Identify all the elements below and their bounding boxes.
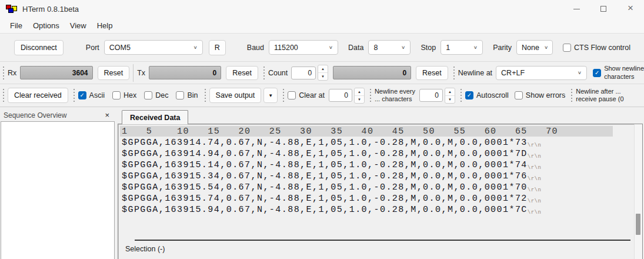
save-output-dropdown-button[interactable]: ▼ [263, 88, 278, 103]
newline-characters: \r\n [528, 154, 542, 160]
format-hex-checkbox[interactable] [112, 91, 121, 99]
rx-label: Rx [8, 69, 16, 77]
clear-at-spinner-field[interactable]: 0 [329, 89, 352, 102]
connection-toolbar: Disconnect Port COM5∨ R Baud 115200∨ Dat… [0, 34, 644, 62]
show-errors-checkbox[interactable] [515, 91, 523, 99]
received-line: $GPGGA,163914.74,0.67,N,-4.88,E,1,05,1.0… [122, 138, 642, 149]
toolbar-grip[interactable] [282, 88, 285, 102]
rx-reset-button[interactable]: Reset [98, 66, 130, 80]
toolbar-grip[interactable] [2, 66, 5, 80]
newline-at-label: Newline at [458, 69, 492, 77]
main-area: Sequence Overview × Received Data 1 5 10… [0, 109, 644, 259]
menu-file[interactable]: File [5, 19, 28, 32]
save-output-button[interactable]: Save output [209, 88, 262, 103]
count-spinner[interactable]: ▲▼ [318, 65, 328, 81]
count-reset-button[interactable]: Reset [416, 66, 448, 80]
newline-every-label: Newline every... characters [375, 88, 415, 103]
menu-help[interactable]: Help [92, 19, 118, 32]
newline-every-spinner[interactable]: ▲▼ [445, 88, 455, 104]
app-icon [6, 4, 18, 14]
close-icon[interactable]: × [102, 111, 112, 119]
sequence-overview-panel[interactable] [1, 121, 115, 259]
count-value-field: 0 [333, 66, 411, 79]
cts-flow-control-checkbox[interactable] [563, 44, 571, 52]
data-bits-select[interactable]: 8∨ [368, 40, 411, 55]
chevron-down-icon: ∨ [193, 45, 197, 50]
received-line: $GPGGA,163915.14,0.67,N,-4.88,E,1,05,1.0… [122, 160, 642, 171]
spin-down-icon: ▼ [445, 96, 455, 103]
data-bits-label: Data [348, 44, 363, 52]
newline-characters: \r\n [528, 176, 542, 182]
clear-at-checkbox[interactable] [288, 91, 296, 99]
rescan-ports-button[interactable]: R [209, 40, 226, 55]
spin-up-icon: ▲ [355, 88, 364, 96]
toolbar-grip[interactable] [2, 88, 5, 102]
maximize-button[interactable] [590, 0, 617, 18]
vertical-scrollbar[interactable] [634, 124, 642, 259]
received-line: $GPGGA,163915.54,0.67,N,-4.88,E,1,05,1.0… [122, 182, 642, 194]
divider [133, 64, 134, 82]
menu-options[interactable]: Options [28, 19, 65, 32]
rx-count-field: 3604 [20, 66, 92, 79]
spin-up-icon: ▲ [318, 65, 328, 73]
minimize-button[interactable] [563, 0, 590, 18]
chevron-down-icon: ∨ [544, 45, 548, 50]
sequence-overview-title: Sequence Overview [4, 111, 66, 119]
baud-label: Baud [247, 44, 264, 52]
close-button[interactable]: × [617, 0, 644, 18]
show-newline-checkbox[interactable] [593, 69, 601, 77]
count-spinner-field[interactable]: 0 [291, 67, 316, 79]
newline-characters: \r\n [528, 210, 542, 215]
chevron-down-icon: ∨ [401, 45, 405, 50]
column-ruler: 1 5 10 15 20 25 30 35 40 45 50 55 60 65 … [120, 126, 613, 137]
newline-after-pause-label: Newline after ...receive pause (0 [576, 88, 623, 103]
toolbar-grip[interactable] [73, 88, 75, 102]
port-select[interactable]: COM5∨ [104, 40, 203, 55]
toolbar-grip[interactable] [453, 66, 455, 80]
clear-at-spinner[interactable]: ▲▼ [354, 88, 365, 104]
newline-every-spinner-field[interactable]: 0 [419, 89, 443, 102]
clear-received-button[interactable]: Clear received [8, 88, 68, 103]
received-data-panel[interactable]: 1 5 10 15 20 25 30 35 40 45 50 55 60 65 … [118, 124, 643, 259]
format-ascii-checkbox[interactable] [78, 91, 86, 99]
received-line: $GPGGA,163914.94,0.67,N,-4.88,E,1,05,1.0… [122, 149, 642, 160]
disconnect-button[interactable]: Disconnect [14, 40, 64, 55]
tx-reset-button[interactable]: Reset [226, 66, 258, 80]
toolbar-grip[interactable] [204, 88, 206, 102]
newline-at-select[interactable]: CR+LF∨ [496, 66, 587, 80]
title-bar: HTerm 0.8.1beta × [0, 0, 644, 18]
newline-characters: \r\n [528, 142, 542, 148]
stop-bits-select[interactable]: 1∨ [441, 40, 483, 55]
autoscroll-label: Autoscroll [476, 91, 509, 99]
received-lines: $GPGGA,163914.74,0.67,N,-4.88,E,1,05,1.0… [118, 137, 642, 216]
scrollbar-thumb[interactable] [636, 214, 640, 235]
newline-characters: \r\n [528, 165, 542, 171]
format-bin-checkbox[interactable] [176, 91, 184, 99]
baud-select[interactable]: 115200∨ [269, 40, 338, 55]
selection-label: Selection (-) [118, 241, 634, 253]
chevron-down-icon: ∨ [329, 45, 333, 50]
display-toolbar: Clear received Ascii Hex Dec Bin Save ou… [0, 84, 644, 107]
tab-received-data[interactable]: Received Data [122, 110, 188, 124]
format-dec-checkbox[interactable] [144, 91, 152, 99]
menu-bar: File Options View Help [0, 18, 644, 34]
sequence-overview-header: Sequence Overview × [0, 109, 115, 121]
hterm-window: HTerm 0.8.1beta × File Options View Help… [0, 0, 644, 259]
format-bin-label: Bin [187, 91, 198, 99]
menu-view[interactable]: View [65, 19, 92, 32]
autoscroll-checkbox[interactable] [465, 91, 473, 99]
chevron-down-icon: ∨ [578, 70, 582, 75]
spin-down-icon: ▼ [355, 96, 364, 103]
clear-at-label: Clear at [299, 91, 325, 99]
toolbar-grip[interactable] [263, 66, 265, 80]
toolbar-grip[interactable] [369, 88, 372, 102]
toolbar-grip[interactable] [570, 88, 573, 102]
count-label: Count [268, 69, 288, 77]
format-hex-label: Hex [124, 91, 136, 99]
tx-label: Tx [137, 69, 145, 77]
received-line: $GPGGA,163915.74,0.67,N,-4.88,E,1,05,1.0… [122, 194, 642, 205]
parity-select[interactable]: None∨ [516, 40, 553, 55]
parity-label: Parity [493, 44, 512, 52]
toolbar-grip[interactable] [460, 88, 462, 102]
chevron-down-icon: ∨ [473, 45, 478, 50]
